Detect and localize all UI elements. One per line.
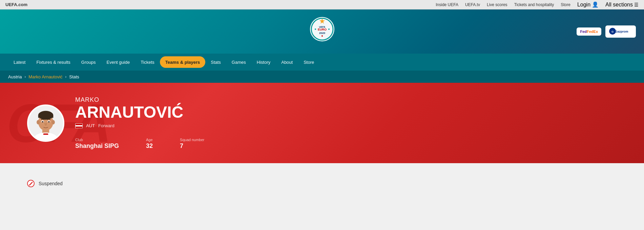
player-position: Forward [98, 123, 115, 128]
svg-text:EURO: EURO [317, 28, 326, 31]
nav-groups[interactable]: Groups [76, 54, 101, 71]
squad-value: 7 [180, 142, 204, 150]
breadcrumb-section: Stats [69, 74, 79, 79]
player-first-name: MARKO [75, 96, 204, 103]
nav-tickets[interactable]: Tickets [135, 54, 160, 71]
austria-flag-icon [75, 123, 83, 128]
euro-2020-logo: UEFA EURO 2020 [309, 16, 336, 47]
euro-logo-center[interactable]: UEFA EURO 2020 [309, 16, 336, 47]
nav-history[interactable]: History [251, 54, 276, 71]
player-face-svg [28, 104, 63, 142]
fedex-sponsor: FedFedEx [577, 27, 601, 36]
top-bar: UEFA.com Inside UEFA UEFA.tv Live scores… [0, 0, 644, 9]
svg-point-7 [328, 28, 330, 30]
nav-event-guide[interactable]: Event guide [101, 54, 135, 71]
svg-rect-19 [38, 115, 54, 117]
player-details: Club Shanghai SIPG Age 32 Squad number 7 [75, 138, 204, 150]
svg-text:G: G [611, 30, 614, 33]
uefa-tv-link[interactable]: UEFA.tv [465, 2, 480, 7]
main-nav: Latest Fixtures & results Groups Event g… [0, 54, 644, 71]
svg-text:Gazprom: Gazprom [615, 30, 628, 33]
age-value: 32 [146, 142, 153, 150]
player-meta: AUT Forward [75, 123, 204, 128]
svg-point-27 [49, 121, 49, 122]
user-icon: 👤 [592, 1, 599, 8]
svg-point-25 [48, 121, 50, 122]
store-link[interactable]: Store [561, 2, 570, 7]
svg-point-18 [38, 111, 54, 119]
svg-point-24 [42, 121, 43, 122]
breadcrumb-chevron-1: › [24, 75, 26, 79]
live-scores-link[interactable]: Live scores [487, 2, 507, 7]
player-avatar [27, 104, 64, 142]
player-info: MARKO ARNAUTOVIĆ AUT Forward Club Shangh… [75, 96, 204, 150]
nav-games[interactable]: Games [226, 54, 251, 71]
svg-text:2020: 2020 [319, 32, 325, 35]
suspended-text: Suspended [39, 181, 63, 186]
tickets-hospitality-link[interactable]: Tickets and hospitality [514, 2, 554, 7]
svg-point-8 [321, 35, 323, 37]
all-sections-button[interactable]: All sections ☰ [605, 2, 639, 8]
sponsors: FedFedEx G Gazprom [577, 25, 636, 38]
player-hero-content: MARKO ARNAUTOVIĆ AUT Forward Club Shangh… [27, 96, 617, 150]
nav-fixtures[interactable]: Fixtures & results [31, 54, 76, 71]
age-label: Age [146, 138, 153, 142]
squad-label: Squad number [180, 138, 204, 142]
content-area: Suspended [0, 163, 644, 204]
breadcrumb-country[interactable]: Austria [8, 74, 22, 79]
player-country-code: AUT [86, 123, 95, 128]
nav-latest[interactable]: Latest [8, 54, 31, 71]
top-nav-links: Inside UEFA UEFA.tv Live scores Tickets … [436, 1, 639, 8]
nav-about[interactable]: About [276, 54, 298, 71]
player-hero: OFA [0, 83, 644, 163]
breadcrumb: Austria › Marko Arnautović › Stats [0, 71, 644, 83]
club-value: Shanghai SIPG [75, 142, 119, 150]
gazprom-logo: G Gazprom [609, 27, 632, 35]
inside-uefa-link[interactable]: Inside UEFA [436, 2, 458, 7]
breadcrumb-chevron-2: › [65, 75, 67, 79]
nav-teams-players[interactable]: Teams & players [160, 56, 205, 68]
hamburger-icon: ☰ [634, 2, 639, 7]
gazprom-sponsor: G Gazprom [605, 25, 636, 38]
nav-store[interactable]: Store [298, 54, 319, 71]
country-flag [75, 123, 83, 128]
login-label: Login [577, 2, 590, 8]
login-button[interactable]: Login 👤 [577, 1, 599, 8]
site-name: UEFA.com [5, 2, 27, 7]
svg-point-26 [43, 121, 43, 122]
breadcrumb-player[interactable]: Marko Arnautović [28, 74, 62, 79]
svg-rect-16 [43, 133, 48, 135]
euro-header: UEFA EURO 2020 FedFedEx G Gazprom [0, 9, 644, 54]
svg-point-21 [52, 120, 55, 124]
nav-stats[interactable]: Stats [205, 54, 226, 71]
svg-point-6 [315, 28, 316, 30]
player-last-name: ARNAUTOVIĆ [75, 104, 204, 120]
svg-point-20 [37, 120, 40, 124]
suspended-icon [27, 180, 35, 187]
player-squad-number: Squad number 7 [180, 138, 204, 150]
club-label: Club [75, 138, 119, 142]
player-age: Age 32 [146, 138, 153, 150]
all-sections-label: All sections [605, 2, 633, 8]
player-club: Club Shanghai SIPG [75, 138, 119, 150]
